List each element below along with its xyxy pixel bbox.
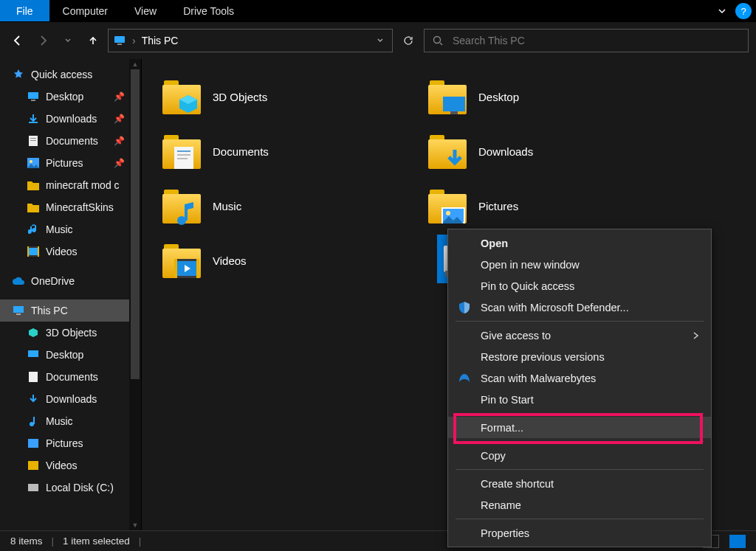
sidebar-quick-access[interactable]: Quick access — [0, 63, 141, 86]
ctx-separator — [456, 519, 704, 519]
sidebar-item-downloads[interactable]: Downloads📌 — [0, 108, 141, 130]
ctx-separator — [456, 321, 704, 322]
folder-desktop[interactable]: Desktop — [422, 69, 688, 124]
sidebar-this-pc[interactable]: This PC — [0, 299, 141, 322]
ctx-open[interactable]: Open — [448, 232, 711, 254]
ribbon-tabs: File Computer View Drive Tools ? — [0, 0, 756, 22]
this-pc-icon — [12, 304, 25, 317]
folder-icon — [162, 187, 201, 225]
svg-rect-1 — [117, 44, 122, 45]
sidebar-item-pictures[interactable]: Pictures📌 — [0, 152, 141, 174]
sidebar-item-music[interactable]: Music — [0, 218, 141, 240]
sidebar-pc-pictures[interactable]: Pictures — [0, 432, 141, 454]
sidebar-onedrive[interactable]: OneDrive — [0, 270, 141, 292]
folder-pictures[interactable]: Pictures — [422, 179, 688, 233]
folder-icon — [162, 132, 201, 170]
sidebar-pc-3d-objects[interactable]: 3D Objects — [0, 322, 141, 344]
address-bar-row: › This PC — [0, 22, 756, 59]
folder-icon — [428, 77, 467, 116]
search-box[interactable] — [424, 29, 749, 52]
ctx-properties[interactable]: Properties — [448, 522, 711, 544]
ctx-restore-versions[interactable]: Restore previous versions — [448, 346, 711, 367]
folder-icon — [428, 132, 467, 170]
ctx-create-shortcut[interactable]: Create shortcut — [448, 473, 711, 494]
tab-computer[interactable]: Computer — [49, 0, 121, 21]
sidebar-pc-documents[interactable]: Documents — [0, 366, 141, 388]
sidebar-pc-local-disk[interactable]: Local Disk (C:) — [0, 477, 141, 499]
search-icon — [432, 35, 444, 46]
sidebar-item-desktop[interactable]: Desktop📌 — [0, 86, 141, 108]
svg-rect-13 — [27, 246, 29, 257]
sidebar-pc-desktop[interactable]: Desktop — [0, 344, 141, 366]
folder-icon — [27, 201, 40, 214]
refresh-button[interactable] — [397, 29, 419, 52]
folder-3d-objects[interactable]: 3D Objects — [157, 69, 422, 124]
scroll-down-icon[interactable]: ▼ — [129, 520, 141, 530]
folder-downloads[interactable]: Downloads — [422, 124, 688, 179]
folder-icon — [27, 179, 40, 192]
videos-icon — [27, 245, 40, 258]
folder-documents[interactable]: Documents — [157, 124, 422, 179]
sidebar-item-documents[interactable]: Documents📌 — [0, 130, 141, 152]
pin-icon: 📌 — [114, 91, 125, 102]
sidebar-pc-downloads[interactable]: Downloads — [0, 388, 141, 410]
nav-up-button[interactable] — [83, 30, 103, 51]
pin-icon: 📌 — [114, 114, 125, 124]
svg-rect-17 — [28, 350, 38, 357]
ctx-scan-defender[interactable]: Scan with Microsoft Defender... — [448, 297, 711, 318]
chevron-right-icon — [692, 331, 699, 340]
folder-icon — [162, 241, 201, 280]
scrollbar-thumb[interactable] — [131, 69, 140, 379]
sidebar-item-videos[interactable]: Videos — [0, 240, 141, 263]
view-large-icons-button[interactable] — [729, 535, 746, 548]
svg-rect-29 — [177, 158, 188, 159]
pin-icon: 📌 — [114, 158, 125, 168]
documents-icon — [27, 134, 40, 148]
sidebar-pc-music[interactable]: Music — [0, 410, 141, 432]
nav-recent-dropdown[interactable] — [58, 30, 78, 51]
nav-back-button[interactable] — [7, 30, 28, 51]
address-bar[interactable]: › This PC — [108, 29, 393, 52]
star-icon — [12, 68, 25, 81]
ctx-copy[interactable]: Copy — [448, 445, 711, 466]
ctx-rename[interactable]: Rename — [448, 494, 711, 516]
status-selected-count: 1 item selected — [63, 536, 130, 547]
svg-rect-14 — [38, 246, 39, 257]
ctx-scan-malwarebytes[interactable]: Scan with Malwarebytes — [448, 367, 711, 389]
tab-view[interactable]: View — [121, 0, 170, 21]
folder-videos[interactable]: Videos — [157, 233, 422, 288]
svg-rect-22 — [28, 461, 38, 470]
sidebar-item-minecraft-mod[interactable]: minecraft mod c — [0, 174, 141, 196]
folder-icon — [162, 77, 201, 116]
breadcrumb-this-pc[interactable]: This PC — [142, 35, 179, 46]
downloads-icon — [27, 112, 40, 125]
cube-icon — [27, 326, 40, 339]
svg-rect-27 — [177, 150, 190, 152]
ctx-pin-start[interactable]: Pin to Start — [448, 389, 711, 410]
search-input[interactable] — [453, 35, 740, 46]
address-dropdown-icon[interactable] — [376, 36, 385, 45]
tab-drive-tools[interactable]: Drive Tools — [170, 0, 247, 21]
tab-file[interactable]: File — [0, 0, 49, 21]
svg-rect-3 — [28, 92, 38, 99]
ctx-open-new-window[interactable]: Open in new window — [448, 254, 711, 275]
pin-icon: 📌 — [114, 136, 125, 146]
onedrive-icon — [12, 274, 25, 288]
malwarebytes-icon — [457, 371, 472, 386]
navigation-pane: Quick access Desktop📌 Downloads📌 Documen… — [0, 59, 142, 530]
sidebar-pc-videos[interactable]: Videos — [0, 454, 141, 477]
ribbon-minimize-icon[interactable] — [712, 0, 732, 21]
ctx-pin-quick-access[interactable]: Pin to Quick access — [448, 275, 711, 297]
ctx-give-access-to[interactable]: Give access to — [448, 325, 711, 346]
sidebar-item-minecraft-skins[interactable]: MinecraftSkins — [0, 196, 141, 218]
folder-music[interactable]: Music — [157, 179, 422, 233]
svg-rect-12 — [29, 248, 38, 255]
help-icon[interactable]: ? — [735, 3, 752, 19]
svg-point-34 — [446, 211, 450, 215]
scroll-up-icon[interactable]: ▲ — [129, 59, 141, 69]
folder-icon — [428, 187, 467, 225]
sidebar-scrollbar[interactable]: ▲ ▼ — [129, 59, 141, 530]
svg-rect-15 — [13, 306, 24, 313]
svg-rect-37 — [174, 259, 177, 278]
ctx-format[interactable]: Format... — [448, 417, 711, 438]
